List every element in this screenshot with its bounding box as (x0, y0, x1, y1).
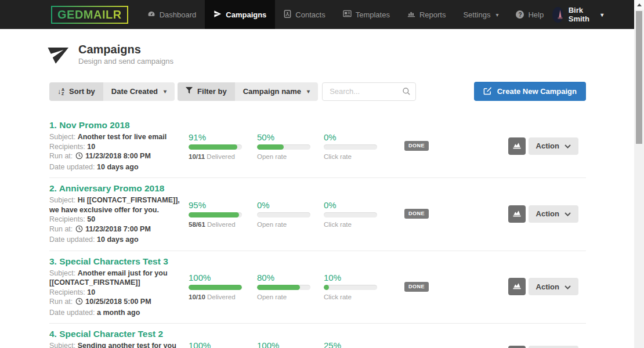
chevron-down-icon: ▾ (307, 88, 310, 95)
edit-icon (483, 86, 492, 97)
delivered-percent: 95% (189, 200, 257, 210)
campaign-title-link[interactable]: 2. Anniversary Promo 2018 (49, 183, 164, 194)
campaign-action-dropdown[interactable]: Action (529, 346, 578, 348)
campaign-action-dropdown[interactable]: Action (529, 278, 578, 295)
campaign-report-button[interactable] (508, 278, 526, 295)
open-rate-label: Open rate (257, 221, 324, 228)
campaign-info: 1. Nov Promo 2018 Subject: Another test … (49, 120, 186, 172)
delivered-progress-bar (189, 144, 242, 150)
sort-value-dropdown[interactable]: Date Created ▾ (103, 82, 175, 101)
scrollbar-thumb[interactable] (636, 11, 642, 144)
campaign-date-updated: Date updated: a month ago (49, 308, 186, 318)
campaign-title-link[interactable]: 3. Special Characters Test 3 (49, 256, 168, 267)
open-rate-percent: 100% (257, 340, 324, 348)
click-rate-percent: 0% (324, 200, 404, 210)
app-logo[interactable]: GEDMAILR (51, 6, 128, 24)
paper-plane-icon (214, 10, 222, 20)
row-actions: Action (508, 278, 578, 295)
nav-item-dashboard[interactable]: Dashboard (139, 0, 205, 29)
campaign-recipients: Recipients: 10 (49, 288, 186, 298)
open-rate-percent: 0% (257, 200, 324, 210)
delivered-stat: 100% Delivered (189, 340, 257, 348)
open-rate-progress-bar (257, 285, 310, 290)
campaign-title-link[interactable]: 4. Special Character Test 2 (49, 329, 163, 339)
click-rate-label: Click rate (324, 153, 404, 160)
delivered-label: 10/11 Delivered (189, 153, 257, 160)
click-rate-percent: 10% (324, 273, 404, 282)
delivered-progress-bar (189, 212, 242, 217)
nav-item-help[interactable]: ? Help (507, 0, 552, 29)
filter-group: Filter by Campaign name ▾ (178, 82, 318, 101)
open-rate-stat: 0% Open rate (257, 200, 324, 228)
user-menu[interactable]: Birk Smith ▾ (552, 0, 644, 29)
open-rate-stat: 100% Open rate (257, 340, 324, 348)
search-box (322, 82, 416, 101)
open-rate-label: Open rate (257, 293, 324, 300)
help-icon: ? (516, 10, 524, 19)
delivered-label: 58/61 Delivered (189, 221, 257, 228)
chevron-down-icon: ▾ (600, 12, 603, 18)
campaign-report-button[interactable] (508, 205, 526, 223)
sort-by-label: Sort by (69, 87, 95, 96)
dashboard-icon (147, 10, 155, 20)
open-rate-stat: 50% Open rate (257, 132, 324, 160)
page-subtitle: Design and send campaigns (78, 57, 173, 66)
status-badge: DONE (404, 282, 429, 292)
nav-item-label: Help (528, 10, 544, 19)
templates-icon (343, 10, 352, 19)
click-rate-progress-bar (324, 144, 377, 150)
click-rate-progress-bar (324, 285, 377, 290)
campaign-title-link[interactable]: 1. Nov Promo 2018 (49, 120, 130, 130)
delivered-stat: 100% 10/10 Delivered (189, 273, 257, 300)
open-rate-progress-bar (257, 212, 310, 217)
status-badge: DONE (404, 141, 429, 151)
campaign-row: 4. Special Character Test 2 Subject: Sen… (49, 324, 586, 348)
click-rate-stat: 0% Click rate (324, 132, 404, 160)
delivered-percent: 100% (189, 273, 257, 282)
scrollbar-up-arrow[interactable] (634, 0, 644, 10)
clock-icon (75, 226, 83, 234)
open-rate-label: Open rate (257, 153, 324, 160)
filter-by-label: Filter by (197, 87, 227, 96)
chevron-down-icon (565, 209, 571, 218)
filter-value-dropdown[interactable]: Campaign name ▾ (235, 82, 318, 101)
delivered-percent: 100% (189, 340, 257, 348)
campaign-row: 2. Anniversary Promo 2018 Subject: Hi [[… (49, 178, 586, 251)
nav-item-reports[interactable]: Reports (399, 0, 455, 29)
search-icon[interactable] (402, 87, 411, 98)
row-actions: Action (508, 137, 578, 155)
sort-by-button[interactable]: ↓AZ Sort by (49, 82, 103, 101)
nav-item-settings[interactable]: Settings ▾ (454, 0, 507, 29)
campaign-info: 4. Special Character Test 2 Subject: Sen… (49, 329, 186, 348)
area-chart-icon (512, 141, 522, 151)
nav-item-campaigns[interactable]: Campaigns (205, 0, 275, 29)
area-chart-icon (512, 281, 522, 292)
page-header: Campaigns Design and send campaigns (49, 43, 586, 66)
nav-item-label: Contacts (295, 10, 325, 19)
status-badge: DONE (404, 209, 429, 219)
page-title: Campaigns (78, 43, 173, 56)
click-rate-label: Click rate (324, 293, 404, 300)
campaign-subject: Subject: Hi [[CONTACT_FIRSTNAME]], we ha… (49, 195, 186, 215)
campaign-report-button[interactable] (508, 346, 526, 348)
chevron-down-icon: ▾ (495, 12, 498, 18)
nav-item-label: Templates (356, 10, 390, 19)
click-rate-stat: 25% Click rate (324, 340, 404, 348)
campaign-list: 1. Nov Promo 2018 Subject: Another test … (49, 115, 586, 348)
nav-item-label: Dashboard (160, 10, 197, 19)
vertical-scrollbar[interactable] (634, 0, 644, 348)
delivered-percent: 91% (189, 132, 257, 142)
campaign-date-updated: Date updated: 10 days ago (49, 235, 186, 245)
nav-item-templates[interactable]: Templates (334, 0, 399, 29)
campaign-action-dropdown[interactable]: Action (529, 137, 578, 155)
filter-by-button[interactable]: Filter by (178, 82, 235, 101)
nav-item-contacts[interactable]: Contacts (275, 0, 334, 29)
click-rate-percent: 0% (324, 132, 404, 142)
campaign-subject: Subject: Another test for live email (49, 132, 186, 142)
campaign-report-button[interactable] (508, 137, 526, 155)
campaign-action-dropdown[interactable]: Action (529, 205, 578, 223)
create-new-campaign-button[interactable]: Create New Campaign (474, 82, 586, 101)
toolbar: ↓AZ Sort by Date Created ▾ Filter by Cam… (49, 82, 586, 101)
row-actions: Action (508, 205, 578, 223)
chevron-down-icon: ▾ (164, 88, 167, 95)
